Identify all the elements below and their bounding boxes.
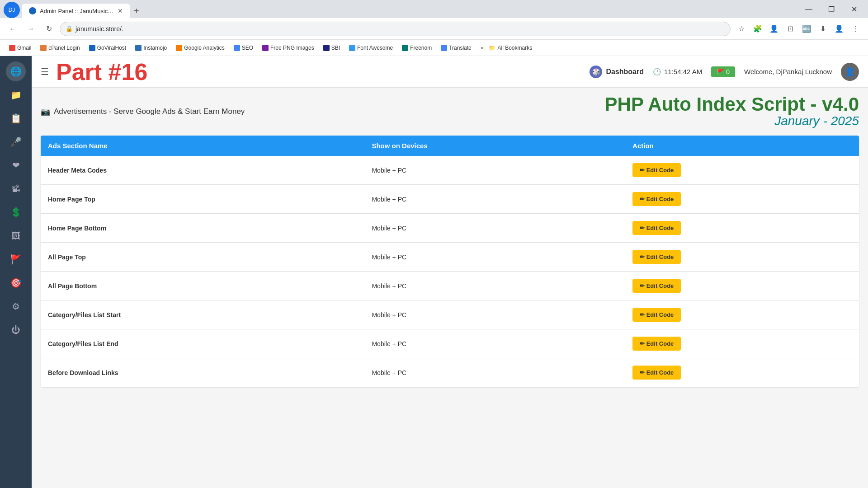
dashboard-button[interactable]: 🎲 Dashboard (590, 66, 644, 78)
edit-code-button-7[interactable]: ✏ Edit Code (632, 366, 681, 380)
extensions-button[interactable]: 🧩 (750, 22, 765, 36)
edit-code-button-6[interactable]: ✏ Edit Code (632, 337, 681, 351)
forward-button[interactable]: → (24, 22, 38, 36)
sidebar-copy-icon[interactable]: 📋 (6, 108, 26, 128)
bookmark-cpanel-label: cPanel Login (48, 45, 80, 51)
bookmark-instamojo[interactable]: Instamojo (132, 43, 170, 53)
lock-icon: 🔒 (66, 25, 73, 32)
tab-favicon (29, 7, 36, 14)
sidebar-flag-icon[interactable]: 🚩 (6, 249, 26, 269)
bookmark-cpanel[interactable]: cPanel Login (37, 43, 83, 53)
table-row: Home Page Top Mobile + PC ✏ Edit Code (41, 185, 859, 214)
col-ads-section: Ads Section Name (41, 136, 364, 156)
sidebar-target-icon[interactable]: 🎯 (6, 273, 26, 293)
bookmark-translate-label: Translate (449, 45, 472, 51)
cell-name-0: Header Meta Codes (41, 156, 364, 185)
time-value: 11:54:42 AM (664, 68, 702, 75)
sidebar-money-icon[interactable]: 💲 (6, 202, 26, 222)
profile-button[interactable]: 👤 (767, 22, 781, 36)
edit-code-button-5[interactable]: ✏ Edit Code (632, 308, 681, 322)
minimize-button[interactable]: — (798, 2, 819, 16)
hamburger-icon[interactable]: ☰ (41, 66, 49, 77)
flag-count: 0 (726, 68, 730, 75)
bookmarks-more-button[interactable]: » (481, 45, 484, 51)
edit-code-button-0[interactable]: ✏ Edit Code (632, 163, 681, 177)
active-tab[interactable]: Admin Panel :: JanuMusic.Store ✕ (22, 4, 130, 18)
sidebar-image-icon[interactable]: 🖼 (6, 226, 26, 246)
bookmark-ga[interactable]: Google Analytics (172, 43, 228, 53)
all-bookmarks-button[interactable]: 📁 All Bookmarks (489, 45, 532, 51)
address-bar[interactable]: 🔒 janumusic.store/. (60, 22, 731, 36)
ads-section-header: 📷 Advertisements - Serve Google Ads & St… (41, 95, 859, 128)
bookmark-star-button[interactable]: ☆ (734, 22, 749, 36)
instamojo-favicon (135, 45, 142, 51)
cell-action-0: ✏ Edit Code (625, 156, 859, 185)
bookmark-seo[interactable]: SEO (230, 43, 257, 53)
new-tab-button[interactable]: + (130, 4, 143, 18)
dashboard-icon: 🎲 (590, 66, 602, 78)
page-content: ☰ Part #16 🎲 Dashboard 🕐 11:54:42 AM 🚩 (32, 56, 868, 488)
bookmark-png[interactable]: Free PNG Images (259, 43, 318, 53)
sidebar-power-icon[interactable]: ⏻ (6, 320, 26, 340)
user-account-button[interactable]: 👤 (832, 22, 846, 36)
table-row: Category/Files List End Mobile + PC ✏ Ed… (41, 329, 859, 358)
edit-code-button-1[interactable]: ✏ Edit Code (632, 192, 681, 206)
php-script-title: PHP Auto Index Script - v4.0 January - 2… (605, 95, 859, 128)
url-text: janumusic.store/. (75, 25, 123, 33)
sbi-favicon (323, 45, 330, 51)
profile-icon[interactable]: DJ (4, 2, 20, 18)
bookmark-freenom[interactable]: Freenom (398, 43, 435, 53)
more-options-button[interactable]: ⋮ (848, 22, 863, 36)
seo-favicon (234, 45, 240, 51)
cpanel-favicon (40, 45, 47, 51)
screenshot-button[interactable]: ⊡ (783, 22, 797, 36)
download-button[interactable]: ⬇ (816, 22, 830, 36)
cell-action-4: ✏ Edit Code (625, 272, 859, 300)
bookmark-sbi[interactable]: SBI (320, 43, 344, 53)
cell-action-7: ✏ Edit Code (625, 358, 859, 387)
tab-close-button[interactable]: ✕ (118, 7, 123, 14)
refresh-button[interactable]: ↻ (42, 22, 56, 36)
translate-button[interactable]: 🔤 (799, 22, 814, 36)
cell-devices-7: Mobile + PC (364, 358, 625, 387)
cell-name-4: All Page Bottom (41, 272, 364, 300)
bookmark-fa-label: Font Awesome (357, 45, 393, 51)
translate-favicon (441, 45, 447, 51)
sidebar-film-icon[interactable]: 📽 (6, 179, 26, 199)
back-button[interactable]: ← (5, 22, 20, 36)
user-avatar[interactable]: 👤 (841, 63, 859, 81)
col-action: Action (625, 136, 859, 156)
edit-code-button-2[interactable]: ✏ Edit Code (632, 221, 681, 235)
cell-name-5: Category/Files List Start (41, 300, 364, 329)
sidebar-settings-icon[interactable]: ⚙ (6, 296, 26, 316)
bookmark-instamojo-label: Instamojo (143, 45, 167, 51)
bookmark-goviralhost[interactable]: GoViralHost (85, 43, 130, 53)
table-row: Category/Files List Start Mobile + PC ✏ … (41, 300, 859, 329)
sidebar-mic-icon[interactable]: 🎤 (6, 132, 26, 152)
table-row: Home Page Bottom Mobile + PC ✏ Edit Code (41, 214, 859, 243)
bookmark-gmail[interactable]: Gmail (5, 43, 35, 53)
freenom-favicon (402, 45, 408, 51)
clock-icon: 🕐 (653, 68, 661, 76)
png-favicon (262, 45, 269, 51)
bookmark-goviralhost-label: GoViralHost (97, 45, 126, 51)
header-separator (582, 61, 582, 83)
dashboard-label: Dashboard (606, 68, 644, 76)
sidebar-folder-icon[interactable]: 📁 (6, 85, 26, 105)
edit-code-button-3[interactable]: ✏ Edit Code (632, 250, 681, 264)
welcome-text: Welcome, DjPankaj Lucknow (744, 68, 832, 75)
sidebar-heart-icon[interactable]: ❤ (6, 155, 26, 175)
sidebar-globe-icon[interactable]: 🌐 (6, 61, 26, 81)
edit-code-button-4[interactable]: ✏ Edit Code (632, 279, 681, 293)
cell-action-3: ✏ Edit Code (625, 243, 859, 272)
cell-devices-0: Mobile + PC (364, 156, 625, 185)
bookmark-translate[interactable]: Translate (437, 43, 475, 53)
header-right: 🎲 Dashboard 🕐 11:54:42 AM 🚩 0 Welcome, D… (590, 63, 859, 81)
ads-icon: 📷 (41, 107, 50, 117)
maximize-button[interactable]: ❐ (821, 2, 842, 16)
php-title-main: PHP Auto Index Script - v4.0 (605, 95, 859, 114)
close-button[interactable]: ✕ (844, 2, 864, 16)
bookmark-fa[interactable]: Font Awesome (345, 43, 396, 53)
cell-name-7: Before Download Links (41, 358, 364, 387)
part-title: Part #16 (56, 60, 575, 84)
